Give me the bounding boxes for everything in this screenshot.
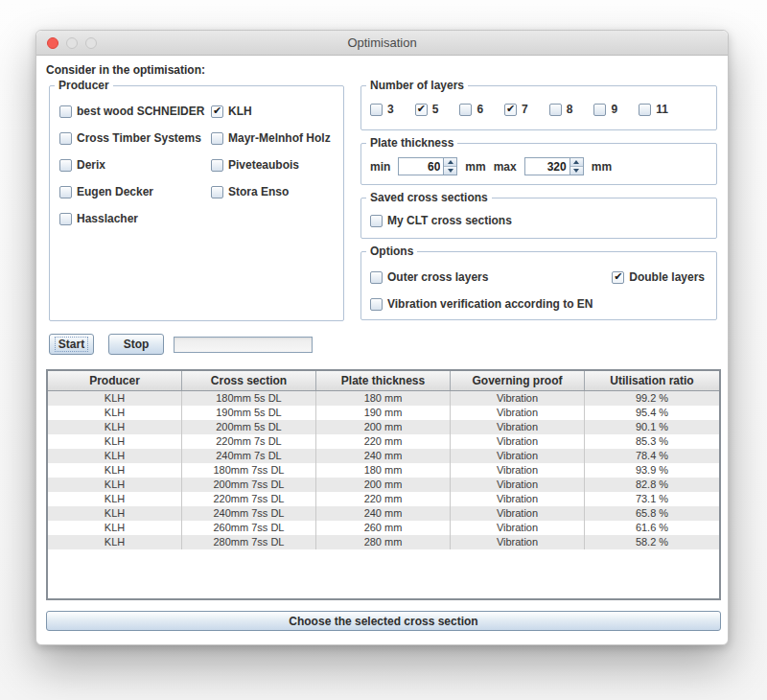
- checkbox-label: Cross Timber Systems: [77, 131, 201, 145]
- progress-bar: [174, 337, 313, 353]
- checkbox-icon: [370, 271, 383, 284]
- checkbox-label: Vibration verification according to EN: [387, 297, 593, 311]
- min-label: min: [370, 160, 390, 174]
- checkbox-icon: [59, 213, 72, 225]
- cell-producer: KLH: [48, 406, 182, 420]
- table-row[interactable]: KLH 200mm 7ss DL 200 mm Vibration 82.8 %: [48, 478, 719, 492]
- cell-plate-thickness: 180 mm: [316, 463, 451, 478]
- choose-cross-section-button[interactable]: Choose the selected cross section: [46, 611, 721, 631]
- checkbox-icon: [612, 271, 624, 284]
- column-header-cross-section[interactable]: Cross section: [182, 371, 316, 390]
- cell-utilisation-ratio: 95.4 %: [585, 406, 719, 420]
- cell-producer: KLH: [48, 449, 182, 463]
- saved-option-my-clt-cross-sections[interactable]: My CLT cross sections: [370, 214, 512, 227]
- max-thickness-spin-buttons: [569, 157, 584, 175]
- table-row[interactable]: KLH 240mm 7ss DL 240 mm Vibration 65.8 %: [48, 506, 719, 521]
- layers-option-11[interactable]: 11: [639, 103, 668, 116]
- producer-option-stora-enso[interactable]: Stora Enso: [211, 185, 331, 198]
- cell-producer: KLH: [48, 492, 182, 506]
- checkbox-label: Outer cross layers: [387, 270, 488, 284]
- producer-option-hasslacher[interactable]: Hasslacher: [59, 212, 204, 225]
- spin-down-button[interactable]: [570, 166, 583, 175]
- option-double-layers[interactable]: Double layers: [612, 270, 705, 284]
- table-row[interactable]: KLH 180mm 7ss DL 180 mm Vibration 93.9 %: [48, 463, 719, 478]
- table-row[interactable]: KLH 280mm 7ss DL 280 mm Vibration 58.2 %: [48, 535, 719, 549]
- stop-button[interactable]: Stop: [108, 334, 164, 355]
- checkbox-label: 3: [387, 103, 394, 116]
- column-header-producer[interactable]: Producer: [48, 371, 182, 390]
- max-unit-label: mm: [592, 160, 612, 174]
- checkbox-icon: [370, 298, 383, 311]
- cell-cross-section: 190mm 5s DL: [182, 406, 316, 420]
- layers-option-3[interactable]: 3: [370, 103, 394, 116]
- cell-utilisation-ratio: 99.2 %: [585, 391, 719, 406]
- start-button[interactable]: Start: [49, 334, 94, 355]
- spin-up-button[interactable]: [444, 158, 456, 166]
- layers-option-5[interactable]: 5: [415, 103, 439, 116]
- table-row[interactable]: KLH 180mm 5s DL 180 mm Vibration 99.2 %: [48, 391, 719, 406]
- cell-plate-thickness: 240 mm: [316, 506, 451, 521]
- table-row[interactable]: KLH 240mm 7s DL 240 mm Vibration 78.4 %: [48, 449, 719, 463]
- column-header-plate-thickness[interactable]: Plate thickness: [316, 371, 451, 390]
- checkbox-label: Stora Enso: [228, 185, 289, 198]
- close-button[interactable]: [47, 37, 58, 49]
- checkbox-label: 8: [567, 103, 573, 116]
- producer-option-mayr-melnhof-holz[interactable]: Mayr-Melnhof Holz: [211, 131, 331, 145]
- titlebar: Optimisation: [36, 31, 728, 56]
- cell-cross-section: 220mm 7ss DL: [182, 492, 316, 506]
- cell-producer: KLH: [48, 463, 182, 478]
- min-thickness-input[interactable]: [398, 157, 443, 175]
- table-row[interactable]: KLH 260mm 7ss DL 260 mm Vibration 61.6 %: [48, 521, 719, 535]
- layers-option-6[interactable]: 6: [459, 103, 483, 116]
- producer-option-klh[interactable]: KLH: [211, 105, 331, 118]
- producer-option-derix[interactable]: Derix: [59, 158, 204, 172]
- layers-option-8[interactable]: 8: [549, 103, 573, 116]
- producer-option-cross-timber-systems[interactable]: Cross Timber Systems: [59, 131, 204, 145]
- producer-option-piveteaubois[interactable]: Piveteaubois: [211, 158, 331, 172]
- arrow-up-icon: [448, 160, 453, 164]
- checkbox-icon: [211, 132, 223, 145]
- checkbox-icon: [415, 104, 428, 116]
- max-thickness-input[interactable]: [524, 157, 569, 175]
- thickness-group-legend: Plate thickness: [366, 136, 457, 150]
- producer-option-best-wood-schneider[interactable]: best wood SCHNEIDER: [59, 105, 204, 118]
- cell-utilisation-ratio: 58.2 %: [585, 535, 719, 549]
- table-row[interactable]: KLH 190mm 5s DL 190 mm Vibration 95.4 %: [48, 406, 719, 420]
- column-header-governing-proof[interactable]: Governing proof: [451, 371, 585, 390]
- optimisation-window: Optimisation Consider in the optimisatio…: [35, 30, 729, 645]
- option-vibration-verification[interactable]: Vibration verification according to EN: [370, 297, 593, 311]
- cell-cross-section: 280mm 7ss DL: [182, 535, 316, 549]
- checkbox-label: Mayr-Melnhof Holz: [228, 131, 331, 145]
- checkbox-icon: [59, 132, 72, 145]
- minimize-button[interactable]: [66, 37, 78, 49]
- options-group: Options Outer cross layers Double layers…: [360, 251, 717, 320]
- zoom-button[interactable]: [85, 37, 97, 49]
- min-unit-label: mm: [465, 160, 485, 174]
- page-title: Consider in the optimisation:: [46, 63, 205, 77]
- cell-cross-section: 240mm 7s DL: [182, 449, 316, 463]
- cell-plate-thickness: 200 mm: [316, 478, 451, 492]
- min-thickness-spinner: [398, 157, 457, 175]
- table-row[interactable]: KLH 200mm 5s DL 200 mm Vibration 90.1 %: [48, 420, 719, 434]
- column-header-utilisation-ratio[interactable]: Utilisation ratio: [585, 371, 719, 390]
- checkbox-label: My CLT cross sections: [387, 214, 512, 227]
- checkbox-icon: [59, 186, 72, 198]
- table-row[interactable]: KLH 220mm 7ss DL 220 mm Vibration 73.1 %: [48, 492, 719, 506]
- checkbox-icon: [593, 104, 606, 116]
- options-group-legend: Options: [366, 245, 417, 258]
- choose-cross-section-button-label: Choose the selected cross section: [289, 615, 477, 628]
- spin-up-button[interactable]: [570, 158, 583, 166]
- cell-governing-proof: Vibration: [451, 449, 585, 463]
- layers-option-9[interactable]: 9: [593, 103, 617, 116]
- arrow-down-icon: [573, 169, 579, 173]
- cell-utilisation-ratio: 78.4 %: [585, 449, 719, 463]
- cell-plate-thickness: 190 mm: [316, 406, 451, 420]
- checkbox-icon: [59, 159, 72, 172]
- table-row[interactable]: KLH 220mm 7s DL 220 mm Vibration 85.3 %: [48, 434, 719, 449]
- cell-governing-proof: Vibration: [451, 391, 585, 406]
- option-outer-cross-layers[interactable]: Outer cross layers: [370, 270, 488, 284]
- layers-option-7[interactable]: 7: [504, 103, 528, 116]
- spin-down-button[interactable]: [444, 166, 456, 175]
- checkbox-label: 9: [611, 103, 617, 116]
- producer-option-eugen-decker[interactable]: Eugen Decker: [59, 185, 204, 198]
